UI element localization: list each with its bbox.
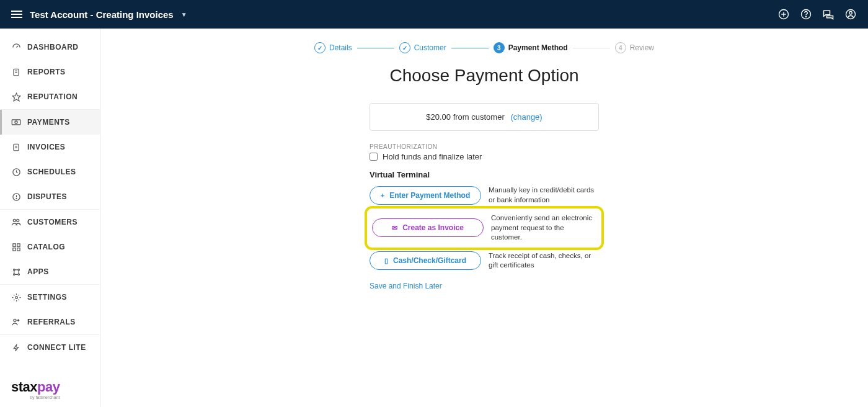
step-connector bbox=[451, 48, 489, 48]
svg-point-21 bbox=[17, 219, 19, 221]
sidebar-item-label: REPORTS bbox=[27, 68, 66, 76]
step-connector bbox=[573, 48, 610, 48]
svg-rect-22 bbox=[12, 243, 15, 246]
svg-rect-24 bbox=[12, 248, 15, 250]
clock-icon bbox=[11, 167, 21, 177]
enter-payment-button[interactable]: +Enter Payment Method bbox=[370, 186, 481, 205]
svg-marker-10 bbox=[12, 93, 20, 101]
change-link[interactable]: (change) bbox=[510, 112, 542, 122]
wizard-stepper: ✓Details ✓Customer 3Payment Method 4Revi… bbox=[125, 42, 843, 53]
svg-point-12 bbox=[15, 121, 17, 123]
sidebar-item-reputation[interactable]: REPUTATION bbox=[0, 84, 100, 109]
option-desc: Track receipt of cash, checks, or gift c… bbox=[489, 251, 599, 271]
check-icon: ✓ bbox=[314, 42, 326, 53]
sidebar-item-payments[interactable]: PAYMENTS bbox=[0, 110, 100, 135]
svg-point-6 bbox=[849, 12, 852, 15]
chevron-down-icon[interactable]: ▼ bbox=[181, 11, 187, 18]
highlighted-option: ✉Create as Invoice Conveniently send an … bbox=[365, 206, 604, 250]
save-finish-later-link[interactable]: Save and Finish Later bbox=[370, 282, 442, 290]
step-customer[interactable]: ✓Customer bbox=[399, 42, 446, 53]
gauge-icon bbox=[11, 42, 21, 52]
add-icon[interactable] bbox=[777, 8, 790, 20]
sidebar-item-settings[interactable]: SETTINGS bbox=[0, 285, 100, 310]
sidebar-item-label: CUSTOMERS bbox=[27, 218, 78, 226]
svg-point-27 bbox=[18, 269, 20, 271]
alert-icon bbox=[11, 192, 21, 202]
sidebar-item-label: SETTINGS bbox=[27, 293, 67, 302]
step-details[interactable]: ✓Details bbox=[314, 42, 352, 53]
svg-rect-11 bbox=[12, 120, 20, 125]
top-bar: Test Account - Creating Invoices ▼ bbox=[0, 0, 868, 29]
sidebar-item-label: REFERRALS bbox=[27, 318, 76, 326]
sidebar-item-referrals[interactable]: REFERRALS bbox=[0, 310, 100, 334]
invoice-icon bbox=[11, 142, 21, 152]
amount-text: $20.00 from customer bbox=[426, 112, 504, 122]
sidebar-item-label: SCHEDULES bbox=[27, 168, 76, 176]
sidebar-item-label: DISPUTES bbox=[27, 192, 67, 201]
sidebar-item-customers[interactable]: CUSTOMERS bbox=[0, 210, 100, 235]
svg-point-26 bbox=[13, 269, 15, 271]
step-connector bbox=[357, 48, 394, 48]
sidebar-item-label: CONNECT LITE bbox=[27, 343, 86, 352]
svg-rect-23 bbox=[17, 243, 19, 246]
option-desc: Conveniently send an electronic payment … bbox=[491, 213, 596, 243]
sidebar-item-label: CATALOG bbox=[27, 243, 65, 251]
preauth-checkbox-row[interactable]: Hold funds and finalize later bbox=[370, 152, 599, 161]
sidebar-item-label: REPUTATION bbox=[27, 92, 78, 101]
button-label: Create as Invoice bbox=[402, 223, 464, 232]
sidebar-item-label: PAYMENTS bbox=[27, 118, 70, 127]
create-invoice-button[interactable]: ✉Create as Invoice bbox=[372, 218, 484, 237]
svg-point-4 bbox=[805, 16, 806, 17]
sidebar-item-label: APPS bbox=[27, 267, 49, 276]
step-number: 4 bbox=[615, 42, 626, 53]
sidebar-item-invoices[interactable]: INVOICES bbox=[0, 135, 100, 159]
apps-icon bbox=[11, 267, 21, 277]
document-icon bbox=[11, 67, 21, 77]
sidebar-item-reports[interactable]: REPORTS bbox=[0, 60, 100, 84]
button-label: Enter Payment Method bbox=[389, 191, 470, 200]
profile-icon[interactable] bbox=[844, 8, 857, 20]
step-review[interactable]: 4Review bbox=[615, 42, 654, 53]
option-enter-payment: +Enter Payment Method Manually key in cr… bbox=[370, 186, 599, 205]
preauth-heading: PREAUTHORIZATION bbox=[370, 143, 599, 150]
step-payment-method[interactable]: 3Payment Method bbox=[494, 42, 568, 53]
account-title[interactable]: Test Account - Creating Invoices bbox=[30, 9, 174, 20]
preauth-checkbox[interactable] bbox=[370, 153, 378, 161]
bolt-icon bbox=[11, 342, 21, 352]
button-label: Cash/Check/Giftcard bbox=[393, 256, 466, 265]
svg-point-29 bbox=[18, 274, 20, 275]
mail-icon: ✉ bbox=[392, 224, 397, 232]
amount-summary: $20.00 from customer (change) bbox=[370, 103, 599, 131]
star-icon bbox=[11, 92, 21, 102]
grid-icon bbox=[11, 242, 21, 252]
menu-icon[interactable] bbox=[11, 11, 22, 18]
sidebar-item-apps[interactable]: APPS bbox=[0, 259, 100, 284]
svg-point-20 bbox=[13, 219, 16, 221]
chat-icon[interactable] bbox=[822, 8, 835, 20]
step-number: 3 bbox=[494, 42, 505, 53]
sidebar-item-label: DASHBOARD bbox=[27, 43, 79, 51]
main-content: ✓Details ✓Customer 3Payment Method 4Revi… bbox=[100, 29, 868, 407]
cash-icon bbox=[11, 117, 21, 127]
gear-icon bbox=[11, 292, 21, 302]
sidebar-item-schedules[interactable]: SCHEDULES bbox=[0, 159, 100, 184]
svg-point-28 bbox=[13, 274, 15, 275]
people-icon bbox=[11, 217, 21, 227]
svg-point-31 bbox=[14, 319, 16, 321]
page-title: Choose Payment Option bbox=[125, 66, 843, 86]
sidebar-item-catalog[interactable]: CATALOG bbox=[0, 235, 100, 259]
topbar-left: Test Account - Creating Invoices ▼ bbox=[11, 9, 187, 20]
sidebar-item-dashboard[interactable]: DASHBOARD bbox=[0, 35, 100, 60]
cash-check-button[interactable]: ▯Cash/Check/Giftcard bbox=[370, 251, 481, 270]
sidebar: DASHBOARD REPORTS REPUTATION PAYMENTS IN… bbox=[0, 29, 100, 407]
plus-icon: + bbox=[381, 192, 384, 199]
preauth-label: Hold funds and finalize later bbox=[383, 152, 482, 161]
svg-point-19 bbox=[16, 198, 17, 199]
virtual-terminal-heading: Virtual Terminal bbox=[370, 170, 599, 179]
brand-logo: staxpayby fattmerchant bbox=[11, 379, 60, 400]
sidebar-item-disputes[interactable]: DISPUTES bbox=[0, 184, 100, 209]
check-icon: ✓ bbox=[399, 42, 410, 53]
help-icon[interactable] bbox=[800, 8, 812, 20]
option-desc: Manually key in credit/debit cards or ba… bbox=[489, 186, 599, 205]
sidebar-item-connect-lite[interactable]: CONNECT LITE bbox=[0, 335, 100, 360]
